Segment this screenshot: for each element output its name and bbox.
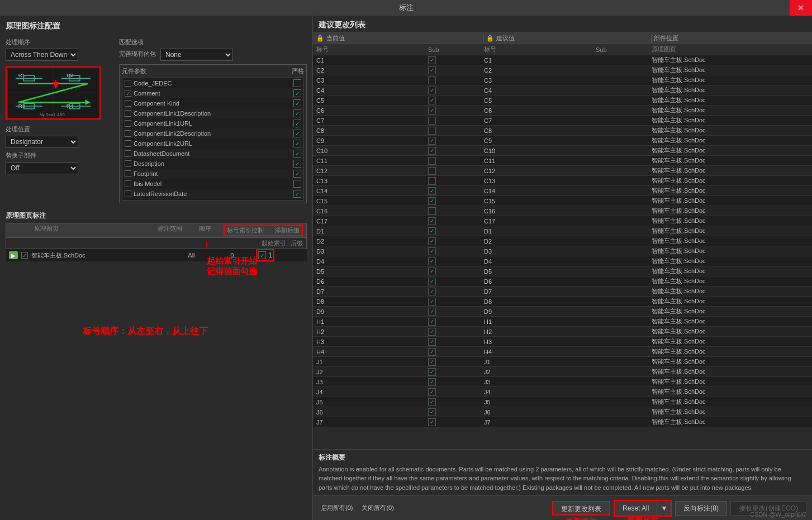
td-designator: D4 [316, 258, 428, 265]
param-check[interactable] [125, 180, 131, 187]
update-list-button[interactable]: 更新更改列表 [552, 501, 610, 516]
param-check[interactable] [125, 80, 131, 87]
strict-check[interactable] [293, 79, 301, 87]
td-sub-check[interactable] [428, 197, 436, 205]
param-label: Ibis Model [134, 180, 291, 187]
td-sub-check[interactable] [428, 207, 436, 215]
strict-check[interactable] [293, 120, 301, 127]
param-label: ComponentLink2URL [134, 140, 291, 147]
param-check[interactable] [125, 130, 131, 137]
lock-icon-current: 🔒 [316, 35, 324, 42]
processing-location-select[interactable]: Designator Part Component [6, 136, 78, 148]
table-row: C9C9智能车主板.SchDoc [313, 136, 812, 146]
strict-check[interactable] [293, 180, 301, 188]
param-check[interactable] [125, 90, 131, 97]
table-row: C6C6智能车主板.SchDoc [313, 106, 812, 116]
strict-check[interactable] [293, 190, 301, 198]
td-sub-check[interactable] [428, 227, 436, 235]
td-sub-check[interactable] [428, 167, 436, 175]
td-sub-check[interactable] [428, 257, 436, 265]
strict-check[interactable] [293, 130, 301, 137]
td-sub-check[interactable] [428, 177, 436, 185]
tsh-ref-doc: 原理图页 [652, 45, 742, 54]
strict-check[interactable] [293, 140, 301, 147]
td-ref-doc: 智能车主板.SchDoc [652, 297, 742, 306]
close-button[interactable]: ✕ [790, 0, 812, 16]
td-sub-check[interactable] [428, 358, 436, 366]
col-order-sub [237, 239, 259, 247]
param-check[interactable] [125, 120, 131, 127]
strict-check[interactable] [293, 99, 301, 107]
reset-all-dropdown[interactable]: ▼ [657, 501, 671, 516]
param-check[interactable] [125, 110, 131, 117]
params-list: Code_JEDECCommentComponent KindComponent… [122, 78, 304, 201]
td-sub-check[interactable] [428, 117, 436, 125]
td-sub-check[interactable] [428, 137, 436, 145]
strict-check[interactable] [293, 200, 301, 201]
param-check[interactable] [125, 100, 131, 107]
replace-subparts-select[interactable]: Off On [6, 162, 78, 174]
td-sub-check[interactable] [428, 247, 436, 255]
td-sug-designator: D9 [484, 308, 596, 315]
td-designator: C4 [316, 87, 428, 94]
param-check[interactable] [125, 140, 131, 147]
sch-row-check[interactable] [21, 252, 28, 259]
title-bar: 标注 ✕ [0, 0, 812, 16]
td-sub-check[interactable] [428, 368, 436, 376]
param-check[interactable] [125, 150, 131, 157]
td-sub-check[interactable] [428, 127, 436, 135]
td-ref-doc: 智能车主板.SchDoc [652, 388, 742, 396]
param-check[interactable] [125, 190, 131, 197]
td-sub-check[interactable] [428, 237, 436, 245]
table-row: J3J3智能车主板.SchDoc [313, 377, 812, 387]
td-sub-check[interactable] [428, 318, 436, 326]
strict-check[interactable] [293, 170, 301, 178]
td-sub-check[interactable] [428, 398, 436, 406]
td-ref-doc: 智能车主板.SchDoc [652, 378, 742, 386]
td-designator: C7 [316, 117, 428, 124]
td-sub-check[interactable] [428, 418, 436, 426]
reverse-annotate-button[interactable]: 反向标注(8) [675, 501, 727, 516]
td-sub-check[interactable] [428, 97, 436, 104]
td-sub-check[interactable] [428, 217, 436, 225]
strict-check[interactable] [293, 89, 301, 97]
td-sub-check[interactable] [428, 107, 436, 115]
td-sub-check[interactable] [428, 268, 436, 275]
bottom-left: 启用所有(0) 关闭所有(0) [319, 503, 396, 513]
td-designator: C8 [316, 127, 428, 134]
td-sub-check[interactable] [428, 157, 436, 165]
td-sub-check[interactable] [428, 66, 436, 74]
td-ref-doc: 智能车主板.SchDoc [652, 257, 742, 265]
processing-order-select[interactable]: Across Then Down Down Then Across By X-L… [6, 49, 78, 61]
strict-check[interactable] [293, 109, 301, 117]
td-sub-check[interactable] [428, 278, 436, 285]
td-sub-check[interactable] [428, 408, 436, 416]
table-row: J5J5智能车主板.SchDoc [313, 397, 812, 407]
td-sub-check[interactable] [428, 87, 436, 94]
td-sub-check[interactable] [428, 328, 436, 336]
table-row: D4D4智能车主板.SchDoc [313, 256, 812, 266]
td-sub-check[interactable] [428, 298, 436, 306]
td-sub-check[interactable] [428, 348, 436, 356]
td-sub-check[interactable] [428, 147, 436, 155]
td-sub-check[interactable] [428, 308, 436, 316]
complete-packages-select[interactable]: None All Selected [160, 49, 233, 61]
disable-all-button[interactable]: 关闭所有(0) [359, 503, 396, 513]
strict-check[interactable] [293, 160, 301, 168]
td-sub-check[interactable] [428, 378, 436, 386]
td-sub-check[interactable] [428, 77, 436, 84]
td-sub-check[interactable] [428, 338, 436, 346]
reset-all-group: Reset All ▼ 重置所有 [614, 500, 672, 517]
param-check[interactable] [125, 170, 131, 177]
td-sub-check[interactable] [428, 388, 436, 396]
param-check[interactable] [125, 160, 131, 167]
td-sub-check[interactable] [428, 288, 436, 295]
enable-all-button[interactable]: 启用所有(0) [319, 503, 355, 513]
td-ref-doc: 智能车主板.SchDoc [652, 247, 742, 255]
strict-check[interactable] [293, 150, 301, 158]
table-row: C7C7智能车主板.SchDoc [313, 116, 812, 126]
reset-all-button[interactable]: Reset All [615, 501, 657, 516]
td-sub-check[interactable] [428, 187, 436, 195]
td-sub-check[interactable] [428, 56, 436, 64]
param-label: ComponentLink1Description [134, 110, 291, 117]
